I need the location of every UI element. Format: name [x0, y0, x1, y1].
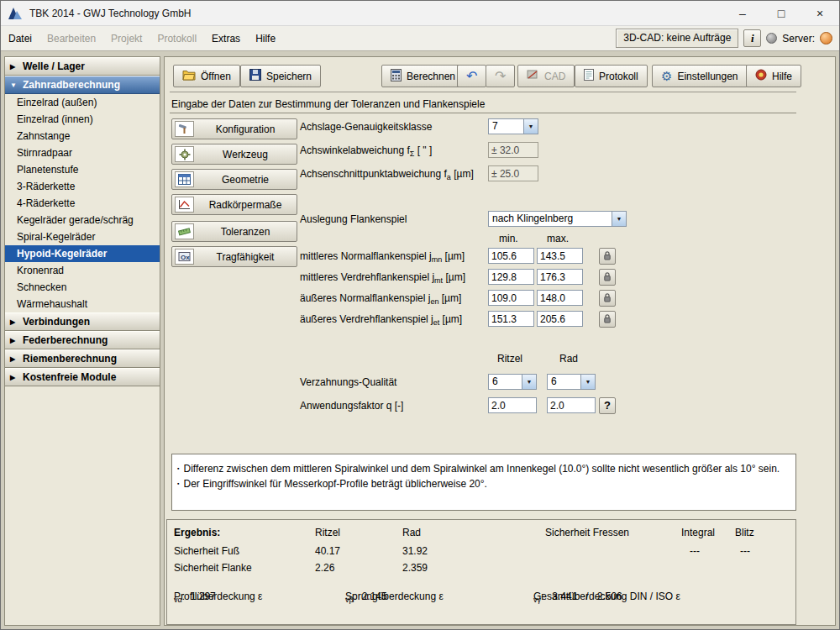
- jmt-max-input[interactable]: [537, 269, 583, 285]
- calculator-icon: [391, 69, 402, 84]
- sidebar-group-federberechnung[interactable]: ▶ Federberechnung: [5, 331, 160, 349]
- jet-min-input[interactable]: [488, 311, 534, 327]
- menubar-status-area: 3D-CAD: keine Aufträge i Server:: [616, 29, 839, 48]
- toleranzen-icon: [175, 223, 194, 239]
- protocol-button[interactable]: Protokoll: [575, 65, 648, 87]
- lock-icon: [603, 292, 612, 305]
- sidebar-item-kronenrad[interactable]: Kronenrad: [5, 262, 160, 279]
- main-panel: Öffnen Speichern Berechnen ↶: [164, 56, 836, 626]
- werkzeug-button[interactable]: Werkzeug: [171, 144, 297, 165]
- total-overlap-value: Gesamtüberdeckung DIN / ISO εvγ: 3.441 /…: [533, 591, 541, 604]
- chevron-right-icon: ▶: [10, 355, 18, 363]
- application-factor-help-button[interactable]: ?: [599, 397, 616, 414]
- calculate-button[interactable]: Berechnen: [381, 65, 465, 87]
- result-row-label: Sicherheit Flanke: [174, 562, 252, 574]
- jmn-lock-button[interactable]: [599, 248, 616, 265]
- accuracy-class-combo[interactable]: 7 ▼: [488, 118, 538, 134]
- jmt-label: mittleres Verdrehflankenspiel jmt [µm]: [300, 270, 465, 289]
- settings-button[interactable]: ⚙ Einstellungen: [652, 65, 748, 87]
- chevron-down-icon: ▼: [10, 81, 18, 89]
- sidebar-item-schnecken[interactable]: Schnecken: [5, 279, 160, 296]
- lock-icon: [603, 313, 612, 326]
- menu-extras[interactable]: Extras: [204, 33, 248, 45]
- result-value: ---: [690, 545, 700, 557]
- help-button[interactable]: Hilfe: [746, 65, 801, 87]
- chevron-down-icon: ▼: [523, 119, 538, 134]
- menu-datei[interactable]: Datei: [1, 33, 39, 45]
- sidebar-item-zahnstange[interactable]: Zahnstange: [5, 128, 160, 144]
- content-area: ▶ Welle / Lager ▼ Zahnradberechnung Einz…: [1, 52, 839, 629]
- geometrie-button[interactable]: Geometrie: [171, 169, 297, 190]
- sidebar-item-einzelrad-innen[interactable]: Einzelrad (innen): [5, 111, 160, 128]
- maximize-button[interactable]: □: [762, 1, 801, 26]
- application-factor-ritzel-input[interactable]: [488, 397, 537, 413]
- jet-lock-button[interactable]: [599, 311, 616, 328]
- axis-angle-label: Achswinkelabweichung fΣ [ " ]: [300, 143, 432, 162]
- server-label: Server:: [782, 33, 815, 45]
- backlash-design-combo[interactable]: nach Klingelnberg ▼: [488, 211, 627, 227]
- sidebar-group-zahnradberechnung[interactable]: ▼ Zahnradberechnung: [5, 76, 160, 94]
- column-ritzel-label: Ritzel: [497, 353, 522, 365]
- bullet-icon: ▪: [177, 476, 179, 491]
- floppy-disk-icon: [249, 69, 261, 83]
- jen-max-input[interactable]: [537, 290, 583, 306]
- sidebar-item-stirnradpaar[interactable]: Stirnradpaar: [5, 144, 160, 161]
- column-min-label: min.: [499, 233, 518, 244]
- jmt-lock-button[interactable]: [599, 269, 616, 286]
- toolbar: Öffnen Speichern Berechnen ↶: [170, 62, 796, 92]
- notes-box: ▪ Differenz zwischen dem mittleren Spira…: [171, 454, 796, 511]
- undo-button[interactable]: ↶: [457, 65, 486, 87]
- sidebar-item-planetenstufe[interactable]: Planetenstufe: [5, 161, 160, 178]
- gear-icon: ⚙: [661, 70, 672, 82]
- sidebar-group-riemenberechnung[interactable]: ▶ Riemenberechnung: [5, 349, 160, 368]
- help-icon: [755, 69, 767, 83]
- results-col-integral: Integral: [681, 527, 715, 538]
- info-icon: i: [751, 32, 754, 45]
- axis-angle-input: [488, 142, 538, 158]
- save-button[interactable]: Speichern: [240, 65, 321, 87]
- radkoerpermasse-button[interactable]: Radkörpermaße: [171, 194, 297, 215]
- quality-ritzel-combo[interactable]: 6 ▼: [488, 374, 537, 390]
- jmn-label: mittleres Normalflankenspiel jmn [µm]: [300, 249, 465, 268]
- cad-status-text: 3D-CAD: keine Aufträge: [616, 29, 738, 48]
- close-button[interactable]: ×: [801, 1, 839, 26]
- sidebar-item-waermehaushalt[interactable]: Wärmehaushalt: [5, 296, 160, 312]
- sidebar-item-hypoid-kegelraeder[interactable]: Hypoid-Kegelräder: [5, 245, 160, 262]
- results-col-fressen: Sicherheit Fressen: [545, 527, 629, 538]
- accuracy-class-label: Achslage-Genauigkeitsklasse: [300, 119, 432, 135]
- sidebar-group-kostenfreie-module[interactable]: ▶ Kostenfreie Module: [5, 368, 160, 386]
- sidebar-group-welle-lager[interactable]: ▶ Welle / Lager: [5, 57, 160, 76]
- sidebar-item-3-raederkette[interactable]: 3-Räderkette: [5, 178, 160, 195]
- app-logo-icon: [8, 7, 23, 20]
- jen-min-input[interactable]: [488, 290, 534, 306]
- sidebar-item-4-raederkette[interactable]: 4-Räderkette: [5, 195, 160, 212]
- tragfaehigkeit-icon: Ox: [175, 249, 194, 265]
- jmn-max-input[interactable]: [537, 248, 583, 264]
- redo-button: ↷: [486, 65, 515, 87]
- menu-hilfe[interactable]: Hilfe: [248, 33, 283, 45]
- tragfaehigkeit-button[interactable]: Ox Tragfähigkeit: [171, 246, 297, 267]
- konfiguration-button[interactable]: Konfiguration: [171, 118, 297, 139]
- toleranzen-button[interactable]: Toleranzen: [171, 221, 297, 242]
- application-factor-rad-input[interactable]: [547, 397, 596, 413]
- jen-lock-button[interactable]: [599, 290, 616, 307]
- jet-label: äußeres Verdrehflankenspiel jet [µm]: [300, 312, 462, 331]
- jmt-min-input[interactable]: [488, 269, 534, 285]
- minimize-button[interactable]: –: [723, 1, 762, 26]
- quality-rad-combo[interactable]: 6 ▼: [547, 374, 596, 390]
- sidebar-item-spiral-kegelraeder[interactable]: Spiral-Kegelräder: [5, 228, 160, 245]
- jmn-min-input[interactable]: [488, 248, 534, 264]
- chevron-right-icon: ▶: [10, 318, 18, 326]
- werkzeug-icon: [175, 146, 194, 162]
- result-row-label: Sicherheit Fuß: [174, 545, 239, 557]
- menu-protokoll: Protokoll: [150, 33, 204, 45]
- sidebar-item-kegelraeder[interactable]: Kegelräder gerade/schräg: [5, 212, 160, 228]
- chevron-right-icon: ▶: [10, 63, 18, 71]
- sidebar-group-verbindungen[interactable]: ▶ Verbindungen: [5, 312, 160, 331]
- jet-max-input[interactable]: [537, 311, 583, 327]
- undo-icon: ↶: [466, 70, 477, 83]
- sidebar-item-einzelrad-aussen[interactable]: Einzelrad (außen): [5, 94, 160, 111]
- info-button[interactable]: i: [743, 29, 761, 47]
- result-value: 40.17: [315, 545, 340, 557]
- open-button[interactable]: Öffnen: [173, 65, 240, 87]
